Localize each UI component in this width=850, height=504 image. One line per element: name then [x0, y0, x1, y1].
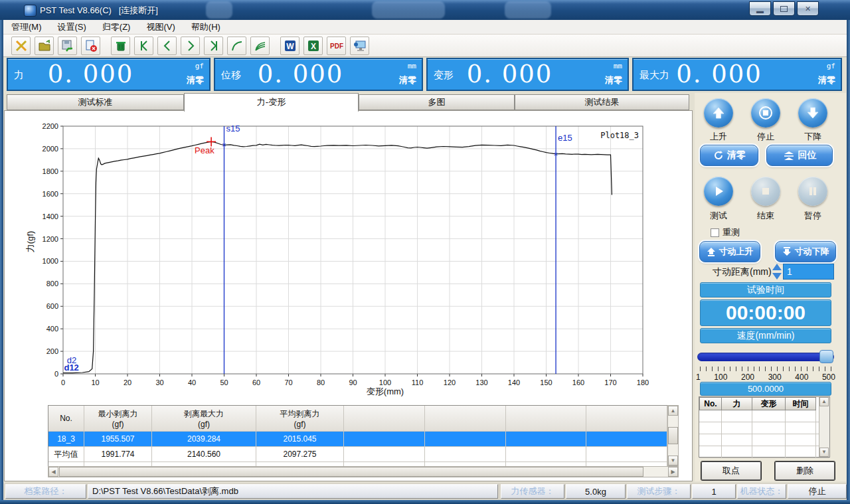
last-record-icon[interactable] — [204, 37, 223, 55]
multi-curve-icon[interactable] — [250, 37, 270, 55]
menu-settings[interactable]: 设置(S) — [58, 21, 86, 33]
displacement-unit: mm — [408, 62, 416, 70]
inch-distance-input[interactable]: 1 — [783, 264, 834, 280]
points-table: No. 力 变形 时间 ▲ ▼ — [699, 396, 830, 458]
scroll-down-icon[interactable]: ▼ — [819, 448, 829, 457]
return-button[interactable]: 回位 — [766, 145, 833, 166]
points-header-no[interactable]: No. — [699, 397, 722, 410]
force-unit: gf — [195, 62, 204, 70]
export-pdf-icon[interactable]: PDF — [327, 37, 346, 55]
close-file-icon[interactable] — [81, 37, 100, 55]
spinner-up-icon[interactable] — [772, 264, 782, 270]
force-clear-button[interactable]: 清零 — [187, 74, 204, 86]
menu-help[interactable]: 帮助(H) — [191, 21, 220, 33]
test-pause-button[interactable] — [798, 177, 827, 206]
svg-text:PDF: PDF — [330, 42, 343, 50]
points-header-deformation[interactable]: 变形 — [752, 397, 786, 410]
window-title: PST Test V8.66(C) [连接断开] — [40, 5, 158, 17]
close-button[interactable]: ✕ — [797, 1, 819, 16]
y-tick-label: 1800 — [42, 167, 58, 175]
points-table-scrollbar[interactable]: ▲ ▼ — [819, 397, 829, 457]
tab-multi-plot[interactable]: 多图 — [359, 94, 515, 110]
scroll-up-icon[interactable]: ▲ — [668, 406, 678, 416]
jog-up-label: 上升 — [704, 131, 733, 143]
pick-point-button[interactable]: 取点 — [701, 462, 761, 480]
single-curve-icon[interactable] — [227, 37, 246, 55]
retest-checkbox[interactable]: 重测 — [711, 226, 740, 238]
next-record-icon[interactable] — [181, 37, 200, 55]
tab-force-deformation[interactable]: 力-变形 — [184, 93, 359, 112]
max-force-unit: gf — [827, 62, 835, 70]
deformation-clear-button[interactable]: 清零 — [605, 74, 622, 86]
scroll-left-icon[interactable]: ◀ — [48, 467, 58, 477]
device-monitor-icon[interactable] — [350, 37, 369, 55]
jog-stop-button[interactable] — [751, 98, 780, 127]
svg-text:W: W — [286, 42, 294, 51]
deformation-value: 0. 000 — [428, 60, 592, 88]
zero-button[interactable]: 清零 — [700, 145, 758, 166]
tools-icon[interactable] — [11, 37, 31, 55]
play-icon — [712, 185, 725, 198]
menu-view[interactable]: 视图(V) — [146, 21, 175, 33]
jog-down-button[interactable] — [798, 98, 827, 127]
table-vertical-scrollbar[interactable]: ▲ ▼ — [667, 405, 679, 466]
checkbox-box[interactable] — [711, 228, 719, 237]
aero-glass-highlight — [372, 1, 445, 19]
table-row-18-3[interactable]: 18_3 1955.507 2039.284 2015.045 — [48, 431, 667, 446]
marker-text-d12: d12 — [64, 363, 78, 373]
test-start-button[interactable] — [704, 177, 733, 206]
step-label: 测试步骤： — [627, 484, 691, 499]
y-tick-label: 2000 — [42, 145, 58, 153]
scroll-right-icon[interactable]: ▶ — [668, 467, 678, 477]
x-tick-label: 160 — [572, 378, 584, 386]
y-tick-label: 1000 — [42, 257, 58, 265]
save-file-icon[interactable] — [58, 37, 77, 55]
chart-x-axis-label: 变形(mm) — [345, 386, 425, 398]
menu-manage[interactable]: 管理(M) — [11, 21, 42, 33]
prev-record-icon[interactable] — [157, 37, 177, 55]
peak-label: Peak — [195, 145, 214, 155]
force-display: 力 0. 000 gf 清零 — [7, 58, 211, 91]
slider-ruler — [700, 367, 831, 371]
export-word-icon[interactable]: W — [280, 37, 299, 55]
slider-track[interactable] — [697, 353, 834, 361]
max-force-value: 0. 000 — [634, 60, 805, 88]
points-header-force[interactable]: 力 — [722, 397, 752, 410]
trash-icon[interactable] — [111, 37, 130, 55]
sensor-value: 5.0kg — [566, 484, 626, 499]
inch-distance-spinner[interactable] — [772, 264, 782, 280]
header-max-peel: 剥离最大力(gf) — [152, 406, 256, 431]
marker-cross-e15: × — [554, 150, 558, 158]
maximize-button[interactable] — [773, 1, 795, 16]
app-window: PST Test V8.66(C) [连接断开] ▬ ✕ 管理(M) 设置(S)… — [0, 0, 850, 504]
menu-zero[interactable]: 归零(Z) — [102, 21, 131, 33]
menu-bar: 管理(M) 设置(S) 归零(Z) 视图(V) 帮助(H) — [3, 20, 847, 35]
tab-test-result[interactable]: 测试结果 — [515, 94, 689, 110]
max-force-clear-button[interactable]: 清零 — [818, 74, 835, 86]
inch-down-button[interactable]: 寸动下降 — [775, 241, 836, 262]
table-row-average[interactable]: 平均值 1991.774 2140.560 2097.275 — [48, 446, 667, 462]
x-tick-label: 10 — [91, 378, 99, 386]
open-file-icon[interactable] — [35, 37, 54, 55]
delete-button[interactable]: 删除 — [775, 462, 835, 480]
inch-down-icon — [782, 247, 792, 256]
inch-up-button[interactable]: 寸动上升 — [699, 241, 760, 262]
speed-slider[interactable] — [697, 350, 834, 363]
scroll-up-icon[interactable]: ▲ — [819, 397, 829, 406]
minimize-button[interactable]: ▬ — [749, 1, 771, 16]
first-record-icon[interactable] — [134, 37, 153, 55]
table-horizontal-scrollbar[interactable]: ◀ ▶ — [48, 466, 679, 477]
export-excel-icon[interactable]: X — [303, 37, 323, 55]
svg-text:X: X — [310, 42, 315, 51]
jog-up-button[interactable] — [704, 98, 733, 127]
deformation-display: 变形 0. 000 mm 清零 — [426, 58, 629, 91]
tab-test-standard[interactable]: 测试标准 — [7, 94, 184, 110]
points-header-time[interactable]: 时间 — [786, 397, 816, 410]
spinner-down-icon[interactable] — [772, 273, 782, 280]
x-tick-label: 50 — [220, 378, 228, 386]
slider-thumb[interactable] — [819, 350, 833, 363]
displacement-clear-button[interactable]: 清零 — [399, 74, 416, 86]
scroll-down-icon[interactable]: ▼ — [668, 456, 678, 465]
down-arrow-icon — [806, 106, 820, 120]
test-end-button[interactable] — [751, 177, 780, 206]
